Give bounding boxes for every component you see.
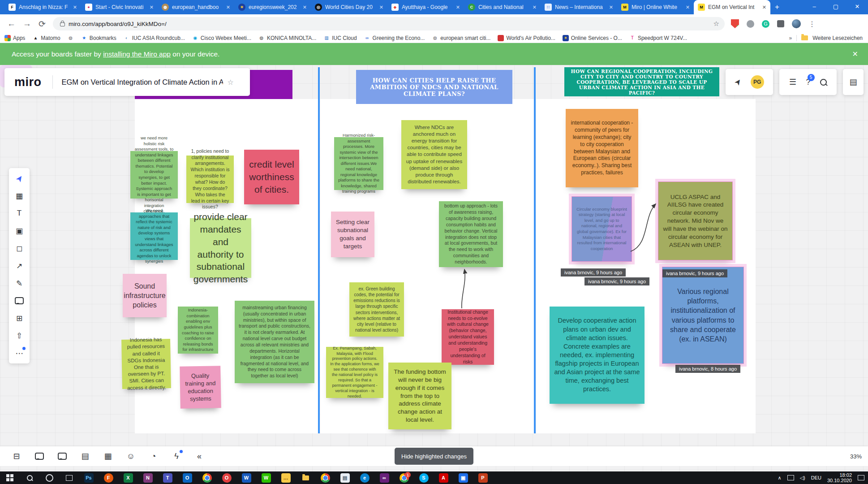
tray-expand-chevron[interactable]: ∧ bbox=[778, 475, 782, 481]
note-penampang[interactable]: Ex. Penampang, Sabah, Malaysia, with Flo… bbox=[326, 347, 383, 398]
new-tab-button[interactable]: + bbox=[775, 3, 779, 12]
bookmark-konica-minolta[interactable]: ◍KONICA MINOLTA... bbox=[258, 35, 316, 41]
connector-tool-icon[interactable]: ↗ bbox=[13, 259, 26, 272]
history-icon[interactable]: ◔ bbox=[147, 449, 160, 463]
notification-center-icon[interactable] bbox=[858, 475, 864, 480]
filters-icon[interactable]: ☰ bbox=[789, 77, 796, 87]
note-international-cooperation[interactable]: international cooperation - community of… bbox=[566, 109, 638, 187]
upload-tool-icon[interactable]: ⇧ bbox=[13, 329, 26, 342]
tab-10[interactable]: MEGM on Vertical Int✕ bbox=[694, 0, 770, 14]
bookmark-online-services-o[interactable]: ✶Online Services - O... bbox=[563, 35, 622, 41]
bookmark-bookmarks[interactable]: ★Bookmarks bbox=[81, 35, 116, 41]
taskbar-app-teams[interactable]: T bbox=[158, 471, 177, 484]
notes-icon[interactable]: ▤ bbox=[849, 77, 857, 87]
bookmark-matomo[interactable]: ▲Matomo bbox=[32, 35, 60, 41]
taskbar-app-file-explorer[interactable] bbox=[296, 471, 315, 484]
taskbar-app-chrome-3[interactable]: 1 bbox=[394, 471, 414, 484]
tab-5[interactable]: ◎World Cities Day 20✕ bbox=[311, 0, 387, 14]
taskbar-app-chat[interactable]: … bbox=[276, 471, 296, 484]
taskbar-app-word[interactable]: W bbox=[236, 471, 256, 484]
extensions-puzzle-icon[interactable] bbox=[777, 20, 784, 27]
tab-close-icon[interactable]: ✕ bbox=[379, 4, 383, 10]
tab-close-icon[interactable]: ✕ bbox=[73, 4, 77, 10]
taskbar-search-button[interactable] bbox=[20, 471, 39, 484]
tab-close-icon[interactable]: ✕ bbox=[456, 4, 460, 10]
taskbar-app-photoshop[interactable]: Ps bbox=[79, 471, 99, 484]
tab-2[interactable]: ●Start - Civic Innovati✕ bbox=[81, 0, 158, 14]
taskbar-app-onenote[interactable]: N bbox=[138, 471, 158, 484]
bookmark-icon[interactable]: ◍ bbox=[68, 35, 74, 41]
tray-device-icon[interactable] bbox=[787, 475, 794, 480]
banner-close-icon[interactable]: ✕ bbox=[852, 50, 858, 58]
tab-7[interactable]: CCities and National✕ bbox=[464, 0, 541, 14]
favorite-star-icon[interactable]: ☆ bbox=[228, 78, 234, 86]
taskbar-app-wechat[interactable]: W bbox=[256, 471, 276, 484]
note-policies-clarify[interactable]: 1, policies need to clarify institutiona… bbox=[186, 156, 234, 203]
follow-cursor-icon[interactable]: ➤ bbox=[732, 77, 744, 88]
close-button[interactable]: ✕ bbox=[847, 0, 868, 13]
apps-panel-icon[interactable]: ▦ bbox=[101, 449, 115, 463]
bookmark-cisco-webex-meeti[interactable]: ◉Cisco Webex Meeti... bbox=[192, 35, 251, 41]
note-bottom-up[interactable]: bottom up approach - lots of awareness r… bbox=[439, 201, 503, 267]
bookmark-speedport-w-724v[interactable]: TSpeedport W 724V... bbox=[629, 35, 687, 41]
bookmark-star-icon[interactable]: ☆ bbox=[713, 20, 719, 28]
taskbar-app-visual-studio[interactable]: ∞ bbox=[374, 471, 394, 484]
tab-8[interactable]: ∷News – Internationa✕ bbox=[541, 0, 617, 14]
miro-logo[interactable]: miro bbox=[14, 75, 42, 89]
note-circular-blueprint[interactable]: Circular economy blueprint strategy (sta… bbox=[572, 197, 632, 261]
note-uclg-network[interactable]: UCLG ASPAC and AIILSG have created circu… bbox=[658, 182, 732, 260]
note-mainstreaming-financing[interactable]: mainstreaming urban financing (usually c… bbox=[235, 301, 314, 383]
taskbar-app-skype[interactable]: S bbox=[414, 471, 434, 484]
reactions-icon[interactable]: ☺ bbox=[124, 449, 138, 463]
taskbar-app-powerpoint[interactable]: P bbox=[473, 471, 493, 484]
note-cooperative-plans[interactable]: Develop cooperative action plans on urba… bbox=[550, 307, 645, 404]
tab-close-icon[interactable]: ✕ bbox=[609, 4, 613, 10]
frames-panel-icon[interactable]: ⊟ bbox=[10, 449, 23, 463]
help-icon[interactable]: ?5 bbox=[806, 78, 811, 87]
start-button[interactable] bbox=[0, 471, 20, 484]
bookmarks-overflow-chevron[interactable]: » bbox=[789, 35, 792, 41]
select-tool-icon[interactable]: ➤ bbox=[10, 169, 29, 188]
frame-title-cities-ndcs[interactable]: HOW CAN CITIES HELP RAISE THE AMBITION O… bbox=[356, 70, 512, 104]
volume-icon[interactable]: ◁) bbox=[800, 475, 805, 481]
bookmark-iuc-cloud[interactable]: ▥IUC Cloud bbox=[323, 35, 357, 41]
note-funding-bottom[interactable]: The funding bottom will never be big eno… bbox=[388, 363, 451, 429]
tab-1[interactable]: FAnschlag in Nizza: F✕ bbox=[4, 0, 81, 14]
hide-highlighted-changes-button[interactable]: Hide highlighted changes bbox=[395, 448, 473, 465]
note-quality-training[interactable]: Quality training and education systems bbox=[180, 366, 221, 409]
note-systemic-approaches[interactable]: We need approaches that reflect the syst… bbox=[130, 212, 178, 260]
reload-button[interactable]: ⟳ bbox=[39, 19, 46, 29]
install-miro-app-link[interactable]: installing the Miro app bbox=[103, 50, 171, 58]
activity-icon[interactable]: ϟ bbox=[170, 449, 183, 463]
sticky-note-tool-icon[interactable]: ▣ bbox=[13, 224, 26, 238]
taskbar-app-excel[interactable]: X bbox=[118, 471, 138, 484]
cortana-button[interactable] bbox=[39, 471, 59, 484]
shapes-tool-icon[interactable]: ◻ bbox=[13, 242, 26, 255]
taskbar-app-chrome-2[interactable] bbox=[315, 471, 335, 484]
note-harmonized-risk[interactable]: Harmonized risk-assessment processes. Mo… bbox=[334, 137, 383, 190]
address-bar[interactable]: miro.com/app/board/o9J_kiKkMDo=/ ☆ bbox=[53, 17, 725, 30]
browser-menu-icon[interactable]: ⋮ bbox=[808, 20, 816, 28]
grammarly-extension-icon[interactable]: G bbox=[762, 20, 769, 28]
frame-border-line[interactable] bbox=[318, 67, 320, 433]
taskbar-app-outlook[interactable]: O bbox=[177, 471, 197, 484]
task-view-button[interactable] bbox=[59, 471, 79, 484]
note-holistic-risk[interactable]: we need more holistic risk assessment to… bbox=[130, 151, 178, 199]
tab-3[interactable]: ◍european_handboo✕ bbox=[158, 0, 234, 14]
collapse-icon[interactable]: « bbox=[193, 449, 206, 463]
zoom-level[interactable]: 33% bbox=[850, 446, 862, 466]
note-institutional-change[interactable]: Institutional change needs to co-evolve … bbox=[442, 309, 494, 365]
bookmark-european-smart-citi[interactable]: ◍european smart citi... bbox=[432, 35, 490, 41]
taskbar-clock[interactable]: 18:0230.10.2020 bbox=[827, 472, 852, 483]
comment-tool-icon[interactable] bbox=[13, 294, 26, 307]
url-text[interactable]: miro.com/app/board/o9J_kiKkMDo=/ bbox=[69, 21, 713, 27]
search-icon[interactable] bbox=[820, 79, 827, 86]
forward-button[interactable]: → bbox=[23, 19, 31, 29]
tab-close-icon[interactable]: ✕ bbox=[303, 4, 307, 10]
note-green-building[interactable]: ex. Green building codes, the potential … bbox=[349, 282, 404, 337]
chat-panel-icon[interactable] bbox=[56, 449, 69, 463]
tab-close-icon[interactable]: ✕ bbox=[762, 4, 766, 10]
more-tools-icon[interactable]: ⋯ bbox=[13, 346, 26, 360]
frame-border-line[interactable] bbox=[534, 67, 536, 433]
cards-panel-icon[interactable]: ▤ bbox=[78, 449, 92, 463]
